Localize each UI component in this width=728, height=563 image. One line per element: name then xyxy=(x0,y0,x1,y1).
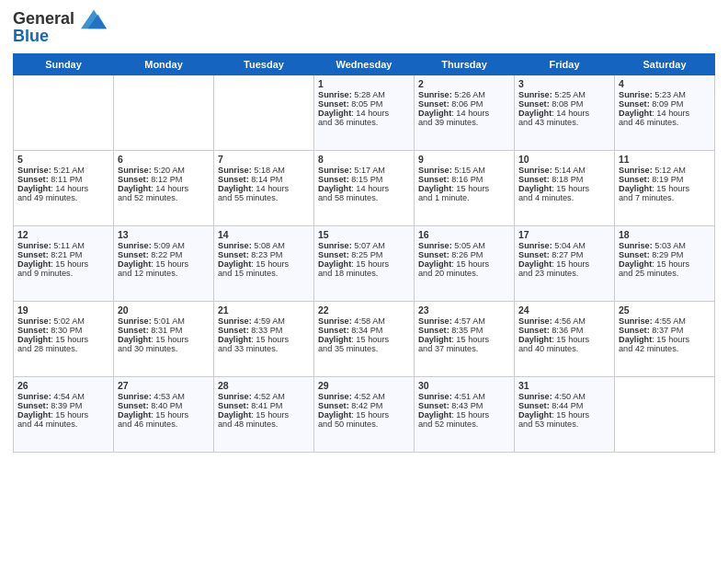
day-info-line: Daylight: 15 hours xyxy=(619,259,711,269)
calendar-cell: 8Sunrise: 5:17 AMSunset: 8:15 PMDaylight… xyxy=(314,151,415,226)
day-info-line: Sunset: 8:25 PM xyxy=(318,250,410,259)
calendar-cell: 23Sunrise: 4:57 AMSunset: 8:35 PMDayligh… xyxy=(415,302,515,377)
day-info-line: Sunset: 8:11 PM xyxy=(17,175,109,184)
calendar-table: SundayMondayTuesdayWednesdayThursdayFrid… xyxy=(13,53,715,453)
day-number: 4 xyxy=(619,78,711,89)
day-info-line: Daylight: 15 hours xyxy=(518,410,610,419)
day-info-line: Sunset: 8:27 PM xyxy=(518,250,610,259)
day-info-line: Sunset: 8:31 PM xyxy=(118,326,210,335)
day-info-line: Sunset: 8:23 PM xyxy=(218,250,310,259)
day-number: 15 xyxy=(318,229,410,240)
day-info-line: Sunrise: 4:59 AM xyxy=(218,316,310,326)
day-info-line: Daylight: 15 hours xyxy=(418,410,510,419)
day-number: 18 xyxy=(619,229,711,240)
col-header-wednesday: Wednesday xyxy=(314,54,415,75)
calendar-cell: 25Sunrise: 4:55 AMSunset: 8:37 PMDayligh… xyxy=(615,302,715,377)
day-info-line: and 7 minutes. xyxy=(619,193,711,202)
day-number: 16 xyxy=(418,229,510,240)
day-number: 11 xyxy=(619,154,711,165)
day-info-line: Sunrise: 4:53 AM xyxy=(118,392,210,401)
logo-blue: Blue xyxy=(13,28,107,46)
day-info-line: Daylight: 15 hours xyxy=(218,335,310,344)
day-info-line: and 1 minute. xyxy=(418,193,510,202)
calendar-cell xyxy=(14,75,114,151)
day-info-line: and 36 minutes. xyxy=(318,118,410,127)
day-info-line: Sunrise: 5:14 AM xyxy=(518,166,610,175)
day-info-line: and 52 minutes. xyxy=(118,193,210,202)
day-number: 26 xyxy=(17,380,109,391)
day-info-line: Daylight: 14 hours xyxy=(318,109,410,118)
col-header-tuesday: Tuesday xyxy=(214,54,314,75)
day-info-line: Sunset: 8:19 PM xyxy=(619,175,711,184)
day-number: 27 xyxy=(118,380,210,391)
calendar-cell: 18Sunrise: 5:03 AMSunset: 8:29 PMDayligh… xyxy=(615,226,715,302)
day-info-line: and 53 minutes. xyxy=(518,419,610,429)
day-number: 31 xyxy=(518,380,610,391)
day-number: 20 xyxy=(118,304,210,316)
logo: General Blue xyxy=(13,9,107,46)
calendar-cell: 14Sunrise: 5:08 AMSunset: 8:23 PMDayligh… xyxy=(214,226,314,302)
day-number: 24 xyxy=(518,304,610,316)
day-info-line: Sunset: 8:29 PM xyxy=(619,250,711,259)
day-info-line: Sunset: 8:33 PM xyxy=(218,326,310,335)
calendar-cell xyxy=(615,377,715,453)
day-info-line: Sunrise: 5:12 AM xyxy=(619,166,711,175)
calendar-cell: 2Sunrise: 5:26 AMSunset: 8:06 PMDaylight… xyxy=(415,75,515,151)
day-info-line: Daylight: 15 hours xyxy=(118,410,210,419)
calendar-cell xyxy=(114,75,214,151)
day-info-line: and 52 minutes. xyxy=(418,419,510,429)
day-info-line: Sunrise: 5:26 AM xyxy=(418,90,510,99)
day-info-line: Sunrise: 4:58 AM xyxy=(318,316,410,326)
day-info-line: and 23 minutes. xyxy=(518,269,610,278)
day-info-line: Daylight: 14 hours xyxy=(518,109,610,118)
day-info-line: Daylight: 15 hours xyxy=(318,259,410,269)
day-info-line: Sunrise: 5:21 AM xyxy=(17,166,109,175)
day-info-line: Daylight: 14 hours xyxy=(418,109,510,118)
calendar-cell: 1Sunrise: 5:28 AMSunset: 8:05 PMDaylight… xyxy=(314,75,415,151)
day-info-line: Daylight: 15 hours xyxy=(418,335,510,344)
day-number: 5 xyxy=(17,154,109,165)
calendar-cell: 13Sunrise: 5:09 AMSunset: 8:22 PMDayligh… xyxy=(114,226,214,302)
day-info-line: Daylight: 15 hours xyxy=(418,184,510,193)
day-info-line: Daylight: 15 hours xyxy=(518,184,610,193)
day-info-line: Daylight: 15 hours xyxy=(318,335,410,344)
calendar-cell: 6Sunrise: 5:20 AMSunset: 8:12 PMDaylight… xyxy=(114,151,214,226)
day-info-line: Daylight: 14 hours xyxy=(619,109,711,118)
day-number: 13 xyxy=(118,229,210,240)
day-info-line: and 58 minutes. xyxy=(318,193,410,202)
day-info-line: Sunset: 8:43 PM xyxy=(418,401,510,410)
day-number: 22 xyxy=(318,304,410,316)
day-info-line: Sunset: 8:30 PM xyxy=(17,326,109,335)
day-info-line: and 35 minutes. xyxy=(318,344,410,353)
day-info-line: Sunrise: 5:01 AM xyxy=(118,316,210,326)
day-info-line: and 46 minutes. xyxy=(118,419,210,429)
day-info-line: Sunset: 8:40 PM xyxy=(118,401,210,410)
calendar-cell: 22Sunrise: 4:58 AMSunset: 8:34 PMDayligh… xyxy=(314,302,415,377)
day-info-line: Sunrise: 4:52 AM xyxy=(318,392,410,401)
page-header: General Blue xyxy=(13,9,715,46)
calendar-cell: 19Sunrise: 5:02 AMSunset: 8:30 PMDayligh… xyxy=(14,302,114,377)
day-info-line: and 4 minutes. xyxy=(518,193,610,202)
day-info-line: Sunrise: 5:04 AM xyxy=(518,241,610,250)
day-info-line: Sunset: 8:16 PM xyxy=(418,175,510,184)
day-info-line: and 18 minutes. xyxy=(318,269,410,278)
day-number: 28 xyxy=(218,380,310,391)
day-info-line: Daylight: 15 hours xyxy=(17,410,109,419)
calendar-cell: 4Sunrise: 5:23 AMSunset: 8:09 PMDaylight… xyxy=(615,75,715,151)
day-info-line: Sunrise: 4:52 AM xyxy=(218,392,310,401)
day-info-line: Sunset: 8:18 PM xyxy=(518,175,610,184)
day-info-line: and 40 minutes. xyxy=(518,344,610,353)
day-number: 12 xyxy=(17,229,109,240)
calendar-cell xyxy=(214,75,314,151)
day-number: 10 xyxy=(518,154,610,165)
col-header-sunday: Sunday xyxy=(14,54,114,75)
day-info-line: and 30 minutes. xyxy=(118,344,210,353)
day-info-line: Daylight: 14 hours xyxy=(218,184,310,193)
day-number: 8 xyxy=(318,154,410,165)
day-info-line: Daylight: 15 hours xyxy=(418,259,510,269)
col-header-saturday: Saturday xyxy=(615,54,715,75)
day-info-line: Sunrise: 4:56 AM xyxy=(518,316,610,326)
day-info-line: Sunset: 8:12 PM xyxy=(118,175,210,184)
day-info-line: Sunrise: 5:17 AM xyxy=(318,166,410,175)
day-number: 14 xyxy=(218,229,310,240)
